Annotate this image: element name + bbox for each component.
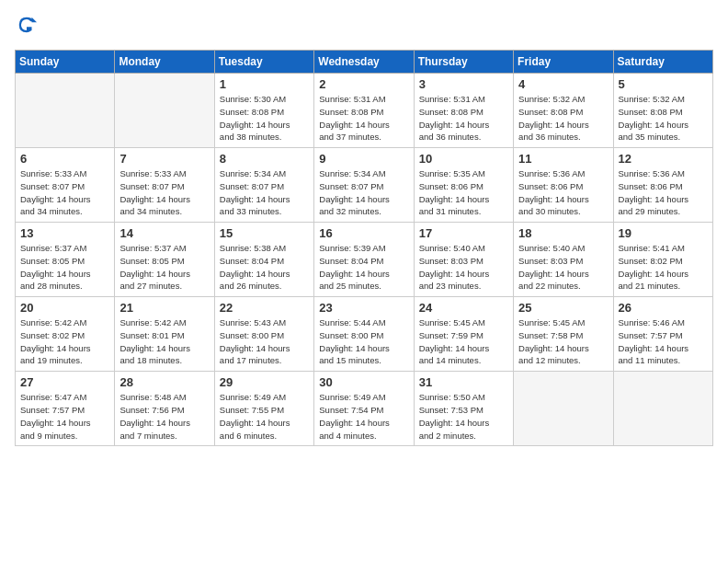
day-number: 13: [20, 226, 109, 240]
day-info: Sunrise: 5:41 AM Sunset: 8:02 PM Dayligh…: [619, 242, 708, 293]
calendar-cell: 13Sunrise: 5:37 AM Sunset: 8:05 PM Dayli…: [16, 223, 115, 297]
day-number: 18: [518, 226, 608, 240]
day-number: 11: [518, 152, 608, 166]
day-info: Sunrise: 5:40 AM Sunset: 8:03 PM Dayligh…: [419, 242, 508, 293]
calendar-cell: 4Sunrise: 5:32 AM Sunset: 8:08 PM Daylig…: [514, 74, 613, 148]
day-number: 2: [319, 77, 408, 91]
calendar-cell: 16Sunrise: 5:39 AM Sunset: 8:04 PM Dayli…: [314, 223, 414, 297]
calendar-cell: [115, 74, 214, 148]
day-info: Sunrise: 5:45 AM Sunset: 7:58 PM Dayligh…: [518, 316, 608, 367]
day-info: Sunrise: 5:49 AM Sunset: 7:55 PM Dayligh…: [220, 391, 309, 442]
day-number: 5: [619, 77, 708, 91]
calendar-week-row: 27Sunrise: 5:47 AM Sunset: 7:57 PM Dayli…: [16, 372, 713, 446]
weekday-header: Thursday: [414, 51, 513, 74]
day-number: 8: [220, 152, 309, 166]
day-number: 7: [119, 152, 209, 166]
calendar-cell: 3Sunrise: 5:31 AM Sunset: 8:08 PM Daylig…: [414, 74, 513, 148]
day-info: Sunrise: 5:30 AM Sunset: 8:08 PM Dayligh…: [220, 93, 309, 144]
day-number: 6: [20, 152, 109, 166]
day-number: 28: [119, 375, 209, 389]
logo: [15, 15, 39, 39]
day-info: Sunrise: 5:40 AM Sunset: 8:03 PM Dayligh…: [518, 242, 608, 293]
calendar-cell: 29Sunrise: 5:49 AM Sunset: 7:55 PM Dayli…: [214, 372, 313, 446]
calendar-cell: 22Sunrise: 5:43 AM Sunset: 8:00 PM Dayli…: [214, 297, 313, 372]
calendar-cell: 14Sunrise: 5:37 AM Sunset: 8:05 PM Dayli…: [115, 223, 214, 297]
day-info: Sunrise: 5:34 AM Sunset: 8:07 PM Dayligh…: [220, 167, 309, 218]
day-number: 26: [619, 301, 708, 315]
day-info: Sunrise: 5:48 AM Sunset: 7:56 PM Dayligh…: [119, 391, 209, 442]
svg-marker-0: [32, 17, 38, 23]
weekday-header: Tuesday: [214, 51, 313, 74]
weekday-header: Saturday: [613, 51, 712, 74]
day-info: Sunrise: 5:49 AM Sunset: 7:54 PM Dayligh…: [319, 391, 408, 442]
day-info: Sunrise: 5:43 AM Sunset: 8:00 PM Dayligh…: [220, 316, 309, 367]
day-number: 24: [419, 301, 508, 315]
calendar-cell: 26Sunrise: 5:46 AM Sunset: 7:57 PM Dayli…: [613, 297, 712, 372]
logo-icon: [17, 15, 37, 35]
calendar-cell: 8Sunrise: 5:34 AM Sunset: 8:07 PM Daylig…: [214, 148, 313, 223]
day-number: 10: [419, 152, 508, 166]
day-number: 31: [419, 375, 508, 389]
calendar-cell: 19Sunrise: 5:41 AM Sunset: 8:02 PM Dayli…: [613, 223, 712, 297]
calendar-cell: [514, 372, 613, 446]
calendar-cell: 7Sunrise: 5:33 AM Sunset: 8:07 PM Daylig…: [115, 148, 214, 223]
day-info: Sunrise: 5:42 AM Sunset: 8:01 PM Dayligh…: [119, 316, 209, 367]
page-header: [15, 15, 713, 39]
calendar-cell: 28Sunrise: 5:48 AM Sunset: 7:56 PM Dayli…: [115, 372, 214, 446]
day-info: Sunrise: 5:31 AM Sunset: 8:08 PM Dayligh…: [319, 93, 408, 144]
day-number: 20: [20, 301, 109, 315]
day-number: 23: [319, 301, 408, 315]
day-number: 17: [419, 226, 508, 240]
day-info: Sunrise: 5:50 AM Sunset: 7:53 PM Dayligh…: [419, 391, 508, 442]
weekday-header: Wednesday: [314, 51, 414, 74]
calendar-cell: 20Sunrise: 5:42 AM Sunset: 8:02 PM Dayli…: [16, 297, 115, 372]
calendar-cell: 23Sunrise: 5:44 AM Sunset: 8:00 PM Dayli…: [314, 297, 414, 372]
day-number: 14: [119, 226, 209, 240]
day-number: 27: [20, 375, 109, 389]
day-number: 9: [319, 152, 408, 166]
calendar-cell: [16, 74, 115, 148]
calendar-week-row: 20Sunrise: 5:42 AM Sunset: 8:02 PM Dayli…: [16, 297, 713, 372]
day-number: 15: [220, 226, 309, 240]
calendar-cell: 18Sunrise: 5:40 AM Sunset: 8:03 PM Dayli…: [514, 223, 613, 297]
day-info: Sunrise: 5:31 AM Sunset: 8:08 PM Dayligh…: [419, 93, 508, 144]
calendar-cell: 11Sunrise: 5:36 AM Sunset: 8:06 PM Dayli…: [514, 148, 613, 223]
day-info: Sunrise: 5:34 AM Sunset: 8:07 PM Dayligh…: [319, 167, 408, 218]
day-info: Sunrise: 5:44 AM Sunset: 8:00 PM Dayligh…: [319, 316, 408, 367]
day-info: Sunrise: 5:37 AM Sunset: 8:05 PM Dayligh…: [119, 242, 209, 293]
day-info: Sunrise: 5:38 AM Sunset: 8:04 PM Dayligh…: [220, 242, 309, 293]
day-info: Sunrise: 5:46 AM Sunset: 7:57 PM Dayligh…: [619, 316, 708, 367]
calendar-cell: 17Sunrise: 5:40 AM Sunset: 8:03 PM Dayli…: [414, 223, 513, 297]
calendar-cell: 1Sunrise: 5:30 AM Sunset: 8:08 PM Daylig…: [214, 74, 313, 148]
day-number: 19: [619, 226, 708, 240]
weekday-header: Monday: [115, 51, 214, 74]
day-info: Sunrise: 5:36 AM Sunset: 8:06 PM Dayligh…: [619, 167, 708, 218]
calendar-week-row: 6Sunrise: 5:33 AM Sunset: 8:07 PM Daylig…: [16, 148, 713, 223]
day-info: Sunrise: 5:33 AM Sunset: 8:07 PM Dayligh…: [20, 167, 109, 218]
calendar-table: SundayMondayTuesdayWednesdayThursdayFrid…: [15, 50, 713, 446]
day-number: 3: [419, 77, 508, 91]
day-number: 12: [619, 152, 708, 166]
calendar-cell: 6Sunrise: 5:33 AM Sunset: 8:07 PM Daylig…: [16, 148, 115, 223]
day-number: 21: [119, 301, 209, 315]
calendar-cell: 10Sunrise: 5:35 AM Sunset: 8:06 PM Dayli…: [414, 148, 513, 223]
day-number: 25: [518, 301, 608, 315]
calendar-cell: 5Sunrise: 5:32 AM Sunset: 8:08 PM Daylig…: [613, 74, 712, 148]
day-number: 1: [220, 77, 309, 91]
day-info: Sunrise: 5:47 AM Sunset: 7:57 PM Dayligh…: [20, 391, 109, 442]
day-info: Sunrise: 5:33 AM Sunset: 8:07 PM Dayligh…: [119, 167, 209, 218]
calendar-cell: 27Sunrise: 5:47 AM Sunset: 7:57 PM Dayli…: [16, 372, 115, 446]
day-info: Sunrise: 5:37 AM Sunset: 8:05 PM Dayligh…: [20, 242, 109, 293]
calendar-cell: 9Sunrise: 5:34 AM Sunset: 8:07 PM Daylig…: [314, 148, 414, 223]
day-number: 16: [319, 226, 408, 240]
calendar-header-row: SundayMondayTuesdayWednesdayThursdayFrid…: [16, 51, 713, 74]
calendar-cell: [613, 372, 712, 446]
day-info: Sunrise: 5:42 AM Sunset: 8:02 PM Dayligh…: [20, 316, 109, 367]
day-info: Sunrise: 5:45 AM Sunset: 7:59 PM Dayligh…: [419, 316, 508, 367]
day-info: Sunrise: 5:39 AM Sunset: 8:04 PM Dayligh…: [319, 242, 408, 293]
calendar-cell: 31Sunrise: 5:50 AM Sunset: 7:53 PM Dayli…: [414, 372, 513, 446]
calendar-cell: 30Sunrise: 5:49 AM Sunset: 7:54 PM Dayli…: [314, 372, 414, 446]
calendar-cell: 12Sunrise: 5:36 AM Sunset: 8:06 PM Dayli…: [613, 148, 712, 223]
weekday-header: Sunday: [16, 51, 115, 74]
calendar-cell: 25Sunrise: 5:45 AM Sunset: 7:58 PM Dayli…: [514, 297, 613, 372]
